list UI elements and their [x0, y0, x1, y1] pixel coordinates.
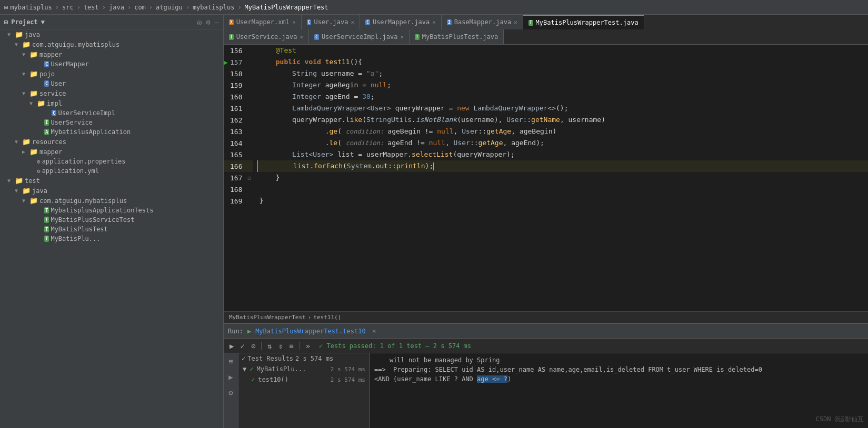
skip-icon[interactable]: »	[304, 341, 312, 351]
tree-item-user[interactable]: C User	[0, 79, 223, 88]
tree-item-mapper[interactable]: ▼ 📁 mapper	[0, 49, 223, 59]
test-result-mybatisplus[interactable]: ▼ ✓ MyBatisPlu... 2 s 574 ms	[238, 364, 370, 374]
tree-item-test[interactable]: ▼ 📁 test	[0, 176, 223, 186]
tree-item-mybatisplusapptests[interactable]: T MybatisplusApplicationTests	[0, 206, 223, 215]
java-icon-user: C	[44, 80, 49, 87]
gutter-168: 168	[224, 184, 253, 195]
tab-close-userservice-java[interactable]: ×	[300, 34, 303, 40]
toolbar-sep-2	[300, 342, 300, 350]
tab-user-java[interactable]: C User.java ×	[302, 15, 360, 29]
arrow-pojo: ▼	[22, 71, 29, 77]
tree-label-userserviceimpl: UserServiceImpl	[58, 109, 115, 117]
code-line-160: Integer ageEnd = 30 ;	[257, 91, 868, 103]
tree-label-resources: resources	[32, 138, 66, 146]
java-icon-mybatisplusapp: A	[44, 129, 49, 135]
linenum-157: 157	[230, 56, 245, 68]
settings-icon[interactable]: ⚙	[206, 18, 210, 26]
tab-close-basemapper-java[interactable]: ×	[514, 19, 517, 26]
tree-item-mapper-res[interactable]: ▶ 📁 mapper	[0, 147, 223, 157]
tab-usermapper-java[interactable]: C UserMapper.java ×	[360, 15, 442, 29]
crumb-test[interactable]: test	[84, 4, 99, 11]
props-icon-appyml: ⚙	[37, 168, 41, 175]
tab-close-usermapper-xml[interactable]: ×	[292, 19, 296, 26]
folder-icon-mapper-res: 📁	[29, 148, 38, 156]
linenum-168: 168	[230, 184, 245, 195]
crumb-mybatisplus[interactable]: mybatisplus	[10, 4, 52, 11]
java-icon-tab-mybatisplustest: T	[415, 34, 420, 40]
code-line-165: List<User> list = userMapper. selectList…	[257, 149, 868, 160]
tab-close-user-java[interactable]: ×	[351, 19, 354, 26]
tree-item-com-test[interactable]: ▼ 📁 com.atguigu.mybatisplus	[0, 196, 223, 206]
more-button[interactable]: ≡	[287, 341, 295, 351]
tree-label-test: test	[25, 177, 40, 185]
java-icon-tab-wrappertest: T	[528, 20, 533, 26]
test-result-test10[interactable]: ✓ test10() 2 s 574 ms	[238, 374, 370, 385]
crumb-active[interactable]: MyBatisPlusWrapperTest	[245, 4, 328, 11]
sidebar-header: ⊞ Project ▼ ◎ ⚙ —	[0, 15, 223, 29]
crumb-com[interactable]: com	[134, 4, 146, 11]
minimize-icon[interactable]: —	[215, 18, 219, 26]
run-marker-157[interactable]: ▶	[224, 58, 230, 66]
test-results-header[interactable]: ✓ Test Results 2 s 574 ms	[238, 353, 370, 364]
sidebar-title: Project	[11, 18, 38, 26]
tree-item-userserviceimpl[interactable]: C UserServiceImpl	[0, 108, 223, 118]
tree-item-java-test[interactable]: ▼ 📁 java	[0, 186, 223, 196]
gutter-158: 158	[224, 68, 253, 79]
chevron-down-icon[interactable]: ▼	[41, 18, 45, 26]
code-content[interactable]: @Test public void test11 (){ Strin	[253, 45, 868, 311]
play-button[interactable]: ▶	[228, 341, 235, 351]
tab-userserviceimpl-java[interactable]: C UserServiceImpl.java ×	[309, 29, 410, 44]
tree-item-service[interactable]: ▼ 📁 service	[0, 88, 223, 98]
tab-basemapper-java[interactable]: I BaseMapper.java ×	[442, 15, 523, 29]
run-name[interactable]: MyBatisPlusWrapperTest.test10	[255, 328, 366, 335]
fold-icon-167[interactable]: ⊟	[247, 175, 251, 181]
code-line-166: list. forEach ( System .out:: println );	[257, 160, 868, 172]
java-icon-usermapper: C	[44, 61, 49, 67]
tree-item-impl[interactable]: ▼ 📁 impl	[0, 98, 223, 108]
tab-close-usermapper-java[interactable]: ×	[432, 19, 436, 26]
tree-item-mybatisplusservicetest[interactable]: T MyBatisPlusServiceTest	[0, 215, 223, 225]
stop-button[interactable]: ⊘	[250, 341, 257, 351]
tab-mybatispluswrappertest[interactable]: T MyBatisPlusWrapperTest.java	[523, 15, 644, 29]
folder-icon-impl: 📁	[37, 99, 45, 107]
run-label: Run:	[228, 328, 243, 335]
tree-item-java[interactable]: ▼ 📁 java	[0, 29, 223, 39]
tab-userservice-java[interactable]: I UserService.java ×	[224, 29, 309, 44]
tree-item-app-props[interactable]: ⚙ application.properties	[0, 157, 223, 166]
sort-asc-button[interactable]: ⇅	[266, 341, 273, 351]
tree-item-mybatisplustest[interactable]: T MyBatisPlusTest	[0, 225, 223, 234]
rerun-button[interactable]: ✓	[238, 341, 246, 351]
test-results-time: 2 s 574 ms	[295, 355, 333, 362]
tree-item-userservice[interactable]: I UserService	[0, 118, 223, 127]
sidebar-header-icons: ◎ ⚙ —	[197, 18, 219, 26]
crumb-java[interactable]: java	[109, 4, 124, 11]
locate-icon[interactable]: ◎	[197, 18, 202, 26]
gutter-163: 163	[224, 126, 253, 137]
bottom-panel: Run: ▶ MyBatisPlusWrapperTest.test10 × ▶…	[224, 323, 868, 428]
crumb-mybatisplus2[interactable]: mybatisplus	[193, 4, 234, 11]
check-icon-header: ✓	[242, 355, 245, 362]
tab-usermapper-xml[interactable]: X UserMapper.xml ×	[224, 15, 302, 29]
sort-desc-button[interactable]: ⇕	[277, 341, 284, 351]
tree-item-pojo[interactable]: ▼ 📁 pojo	[0, 69, 223, 79]
tree-item-resources[interactable]: ▼ 📁 resources	[0, 137, 223, 147]
left-icon-1[interactable]: ≡	[227, 355, 234, 367]
console-output[interactable]: will not be managed by Spring ==> Prepar…	[370, 353, 868, 428]
sidebar-header-left: ⊞ Project ▼	[4, 18, 45, 26]
tree-item-app-yml[interactable]: ⚙ application.yml	[0, 166, 223, 176]
run-tab-close[interactable]: ×	[372, 327, 376, 335]
breadcrumb-class: MyBatisPlusWrapperTest	[229, 314, 306, 321]
left-icon-3[interactable]: ⚙	[227, 387, 234, 399]
tree-item-mybatisplusapp[interactable]: A MybatislusApplication	[0, 127, 223, 137]
left-icon-2[interactable]: ▶	[227, 371, 234, 383]
crumb-atguigu[interactable]: atguigu	[156, 4, 183, 11]
folder-icon-com: 📁	[22, 40, 31, 48]
java-icon-userserviceimpl: C	[52, 110, 56, 116]
bottom-toolbar: ▶ ✓ ⊘ ⇅ ⇕ ≡ » ✓ Tests passed: 1 of 1 tes…	[224, 339, 868, 353]
tab-close-userserviceimpl-java[interactable]: ×	[400, 34, 404, 40]
tab-mybatisplustest-java[interactable]: T MyBatisPlusTest.java	[410, 29, 504, 44]
tree-item-mybatispluswrappertest[interactable]: T MyBatisPlu...	[0, 234, 223, 243]
tree-item-com[interactable]: ▼ 📁 com.atguigu.mybatisplus	[0, 39, 223, 49]
tree-item-usermapper[interactable]: C UserMapper	[0, 59, 223, 69]
crumb-src[interactable]: src	[62, 4, 74, 11]
